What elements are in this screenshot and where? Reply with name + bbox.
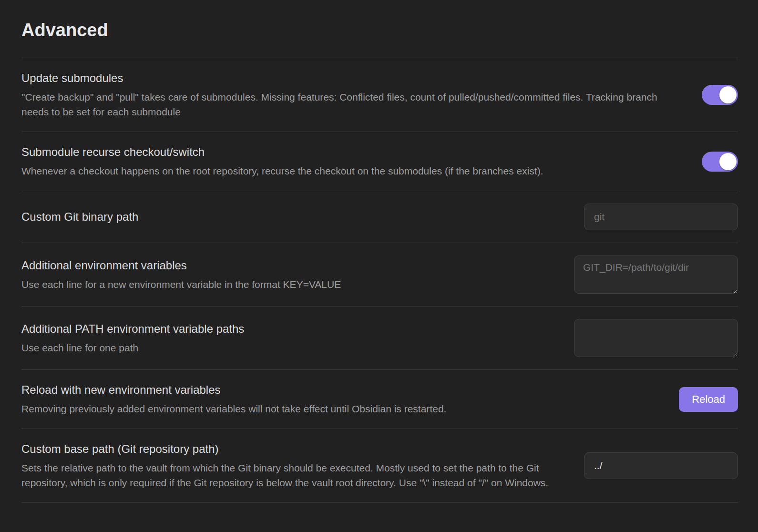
update-submodules-toggle[interactable] — [702, 85, 738, 105]
setting-info: Custom base path (Git repository path) S… — [21, 441, 573, 490]
setting-control: Reload — [679, 387, 738, 412]
setting-control — [702, 152, 738, 172]
setting-name: Submodule recurse checkout/switch — [21, 144, 690, 160]
setting-description: Use each line for a new environment vari… — [21, 277, 563, 292]
setting-info: Additional PATH environment variable pat… — [21, 321, 563, 355]
setting-submodule-recurse-checkout: Submodule recurse checkout/switch Whenev… — [21, 132, 738, 191]
submodule-recurse-toggle[interactable] — [702, 152, 738, 172]
setting-additional-path-paths: Additional PATH environment variable pat… — [21, 306, 738, 369]
setting-info: Reload with new environment variables Re… — [21, 382, 667, 416]
setting-custom-base-path: Custom base path (Git repository path) S… — [21, 429, 738, 502]
advanced-settings-page: Advanced Update submodules "Create backu… — [0, 0, 758, 503]
setting-name: Custom base path (Git repository path) — [21, 441, 573, 457]
setting-control — [574, 319, 738, 357]
setting-description: "Create backup" and "pull" takes care of… — [21, 90, 684, 119]
setting-custom-git-binary-path: Custom Git binary path — [21, 191, 738, 243]
reload-button[interactable]: Reload — [679, 387, 738, 412]
setting-description: Use each line for one path — [21, 340, 563, 355]
setting-control — [574, 256, 738, 294]
setting-additional-environment-variables: Additional environment variables Use eac… — [21, 243, 738, 306]
setting-control — [584, 452, 738, 479]
custom-base-path-input[interactable] — [584, 452, 738, 479]
setting-description: Sets the relative path to the vault from… — [21, 460, 573, 490]
setting-description: Whenever a checkout happens on the root … — [21, 164, 684, 178]
page-title: Advanced — [21, 0, 738, 58]
section-divider — [21, 502, 738, 503]
toggle-knob — [719, 153, 737, 170]
setting-reload-environment-variables: Reload with new environment variables Re… — [21, 369, 738, 429]
setting-info: Additional environment variables Use eac… — [21, 258, 563, 292]
setting-update-submodules: Update submodules "Create backup" and "p… — [21, 58, 738, 132]
setting-info: Submodule recurse checkout/switch Whenev… — [21, 144, 690, 178]
setting-info: Custom Git binary path — [21, 209, 573, 225]
git-binary-path-input[interactable] — [584, 204, 738, 230]
toggle-knob — [719, 86, 737, 103]
setting-control — [584, 204, 738, 230]
setting-name: Custom Git binary path — [21, 209, 573, 225]
setting-control — [702, 85, 738, 105]
path-variable-paths-textarea[interactable] — [574, 319, 738, 357]
setting-name: Reload with new environment variables — [21, 382, 667, 398]
setting-description: Removing previously added environment va… — [21, 401, 667, 416]
setting-name: Additional PATH environment variable pat… — [21, 321, 563, 337]
environment-variables-textarea[interactable] — [574, 256, 738, 294]
setting-info: Update submodules "Create backup" and "p… — [21, 71, 690, 119]
setting-name: Additional environment variables — [21, 258, 563, 273]
setting-name: Update submodules — [21, 71, 690, 86]
